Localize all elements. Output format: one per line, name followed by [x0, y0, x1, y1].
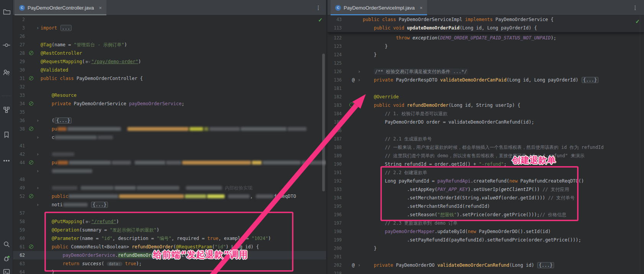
line-number[interactable]: 42	[13, 150, 28, 158]
fold-arrow-icon[interactable]: ›	[355, 67, 363, 76]
code-line-124[interactable]: 124 }	[328, 51, 644, 59]
code-line-193[interactable]: 193 .setAppKey(PAY_APP_KEY).setUserIp(ge…	[328, 185, 644, 194]
code-line-190[interactable]: 190 String refundId = order.getId() + "-…	[328, 160, 644, 168]
inspection-ok-icon[interactable]: ✓	[318, 17, 323, 23]
line-number[interactable]: 125	[328, 59, 345, 67]
error-stripe[interactable]	[640, 15, 644, 274]
line-number[interactable]: 32	[13, 83, 28, 91]
code-line-113[interactable]: 113 public void updateDemoOrderPaid(Long…	[328, 24, 644, 32]
line-number[interactable]: 60	[13, 234, 28, 243]
line-number[interactable]: 52	[13, 192, 28, 201]
code-line-122[interactable]: 122 throw exception(DEMO_ORDER_UPDATE_PA…	[328, 34, 644, 42]
fold-arrow-icon[interactable]: ›	[355, 76, 363, 84]
bean-gutter-icon[interactable]	[29, 51, 33, 55]
line-number[interactable]: 36	[13, 116, 28, 125]
line-number[interactable]: 196	[328, 210, 345, 219]
line-number[interactable]: 2	[13, 15, 28, 24]
line-number[interactable]: 218	[328, 269, 345, 274]
code-line-195[interactable]: 195 .setMerchantRefundId(refundId)	[328, 202, 644, 210]
line-number[interactable]: 192	[328, 177, 345, 185]
editor-splitter[interactable]	[326, 0, 328, 274]
line-number[interactable]: 124	[328, 51, 345, 59]
code-line-48[interactable]: 48	[13, 175, 326, 184]
fold-arrow-icon[interactable]: ›	[35, 201, 41, 209]
line-number[interactable]: 197	[328, 219, 345, 227]
code-line-27[interactable]: 27@Tag(name = "管理后台 - 示例订单")	[13, 41, 326, 49]
code-line-31[interactable]: 31public class PayDemoOrderController {	[13, 74, 326, 83]
line-number[interactable]: 113	[328, 24, 345, 32]
code-line-201[interactable]: 201	[328, 253, 644, 261]
at-gutter-icon[interactable]: @	[352, 76, 355, 84]
code-line-183[interactable]: 183 public void refundDemoOrder(Long id,…	[328, 101, 644, 109]
line-number[interactable]: 198	[328, 227, 345, 236]
line-number[interactable]: 199	[328, 236, 345, 244]
tab-paydemoorderserviceimpl[interactable]: C PayDemoOrderServiceImpl.java ×	[331, 0, 427, 15]
code-line-125[interactable]: 125	[328, 59, 644, 67]
line-number[interactable]: 201	[328, 253, 345, 261]
fold-arrow-icon[interactable]: ›	[35, 24, 41, 32]
code-line-199[interactable]: 199 .setPayRefundId(payRefundId).setRefu…	[328, 236, 644, 244]
code-line-187[interactable]: 187 // 2.1 生成退款单号	[328, 135, 644, 143]
code-line[interactable]: › noti {...}	[13, 201, 326, 209]
bean-gutter-icon[interactable]	[29, 160, 33, 165]
line-number[interactable]: 34	[13, 99, 28, 108]
code-line-197[interactable]: 197 // 2.3 更新退款单到 demo 订单	[328, 219, 644, 227]
code-line-43[interactable]: 43public class PayDemoOrderServiceImpl i…	[328, 15, 644, 24]
override-gutter-icon[interactable]	[349, 103, 354, 107]
line-number[interactable]	[13, 201, 28, 209]
bean-gutter-icon[interactable]	[29, 127, 33, 131]
search-icon[interactable]	[3, 240, 10, 248]
code-line-30[interactable]: 30@Validated	[13, 66, 326, 74]
right-editor[interactable]: 43public class PayDemoOrderServiceImpl i…	[328, 15, 644, 274]
terminal-icon[interactable]	[3, 268, 10, 274]
code-line-41[interactable]: 41	[13, 142, 326, 150]
code-line-38[interactable]: 38 pu	[13, 125, 326, 133]
code-line-34[interactable]: 34 private PayDemoOrderService payDemoOr…	[13, 99, 326, 108]
code-line-49[interactable]: 49› 内部校验实现	[13, 184, 326, 192]
at-gutter-icon[interactable]: @	[352, 261, 355, 269]
code-line-32[interactable]: 32	[13, 83, 326, 91]
bean-gutter-icon[interactable]	[29, 245, 33, 249]
line-number[interactable]: 186	[328, 126, 345, 135]
code-line-29[interactable]: 29@RequestMapping(⊕˅"/pay/demo-order")	[13, 57, 326, 66]
line-number[interactable]: 35	[13, 108, 28, 116]
line-number[interactable]: 48	[13, 175, 28, 184]
line-number[interactable]: 185	[328, 118, 345, 126]
line-number[interactable]: 188	[328, 143, 345, 152]
fold-arrow-icon[interactable]: ›	[35, 116, 41, 125]
line-number[interactable]: 30	[13, 66, 28, 74]
code-line-44[interactable]: 44 pu	[13, 158, 326, 167]
code-line[interactable]: ›	[13, 167, 326, 175]
code-line-59[interactable]: 59 @Operation(summary = "发起示例订单的退款")	[13, 226, 326, 234]
line-number[interactable]: 44	[13, 158, 28, 167]
code-line-182[interactable]: 182 @Override	[328, 93, 644, 101]
line-number[interactable]: 187	[328, 135, 345, 143]
inspection-ok-icon[interactable]: ✓	[635, 18, 640, 24]
line-number[interactable]: 190	[328, 160, 345, 168]
pull-requests-icon[interactable]: ?	[3, 69, 10, 77]
problems-icon[interactable]	[3, 254, 10, 262]
code-line-63[interactable]: 63 return success( data: true);	[13, 259, 326, 268]
line-number[interactable]: 31	[13, 74, 28, 83]
line-number[interactable]: 49	[13, 184, 28, 192]
code-line-192[interactable]: 192 Long payRefundId = payRefundApi.crea…	[328, 177, 644, 185]
code-line-198[interactable]: 198 payDemoOrderMapper.updateById(new Pa…	[328, 227, 644, 236]
code-line[interactable]: › c	[13, 133, 326, 142]
code-line-26[interactable]: 26	[13, 32, 326, 41]
code-line-28[interactable]: 28@RestController	[13, 49, 326, 57]
code-line-123[interactable]: 123 }	[328, 42, 644, 51]
code-line-200[interactable]: 200 }	[328, 244, 644, 253]
left-editor[interactable]: 23›import ...2627@Tag(name = "管理后台 - 示例订…	[13, 15, 326, 274]
line-number[interactable]: 189	[328, 152, 345, 160]
code-line-189[interactable]: 189 // 这里我们是个简单的 demo，所以没有售后维权表，直接使用订单 i…	[328, 152, 644, 160]
code-line-57[interactable]: 57	[13, 209, 326, 217]
more-options-icon[interactable]: ⋮	[633, 4, 638, 11]
line-number[interactable]: 3	[13, 24, 28, 32]
line-number[interactable]: 136	[328, 76, 345, 84]
line-number[interactable]: 191	[328, 168, 345, 177]
line-number[interactable]: 29	[13, 57, 28, 66]
code-line-186[interactable]: 186	[328, 126, 644, 135]
line-number[interactable]: 194	[328, 194, 345, 202]
code-line-218[interactable]: 218	[328, 269, 644, 274]
code-line-202[interactable]: 202@› private PayDemoOrderDO validateDem…	[328, 261, 644, 269]
